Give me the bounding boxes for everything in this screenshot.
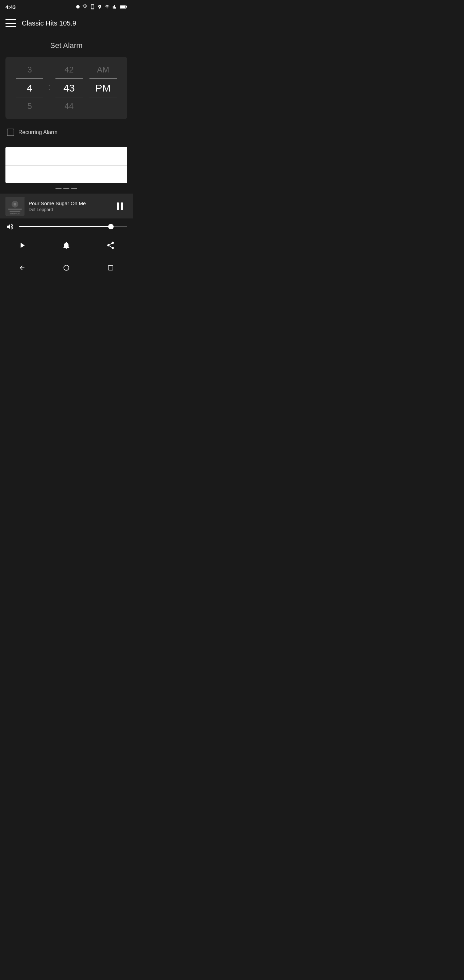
ampm-column[interactable]: AM PM — [86, 62, 120, 114]
album-art: DEF LEPPARD — [5, 197, 24, 216]
ampm-selected[interactable]: PM — [95, 79, 111, 97]
recents-icon — [108, 265, 114, 271]
svg-point-0 — [76, 5, 79, 8]
menu-button[interactable] — [5, 19, 16, 27]
nav-play[interactable] — [9, 238, 35, 253]
alarm-input-fields — [5, 147, 127, 183]
svg-rect-7 — [10, 211, 21, 212]
album-art-image: DEF LEPPARD — [5, 197, 24, 216]
recurring-alarm-label: Recurring Alarm — [18, 129, 57, 135]
svg-point-8 — [14, 203, 16, 205]
now-playing-bar: DEF LEPPARD Pour Some Sugar On Me Def Le… — [0, 194, 133, 218]
alarm-input-1[interactable] — [5, 147, 127, 165]
svg-rect-6 — [8, 208, 22, 210]
app-bar: Classic Hits 105.9 — [0, 14, 133, 33]
pause-icon — [115, 202, 124, 211]
svg-rect-3 — [120, 5, 126, 8]
ampm-bottom-divider — [89, 98, 117, 98]
menu-dot-2 — [63, 188, 69, 189]
home-button[interactable] — [61, 262, 72, 273]
more-options-dots[interactable] — [0, 183, 133, 194]
volume-up-icon — [6, 223, 14, 231]
svg-text:DEF LEPPARD: DEF LEPPARD — [10, 213, 20, 215]
play-nav-icon — [17, 240, 27, 250]
bottom-nav — [0, 235, 133, 258]
hour-bottom-divider — [16, 98, 43, 98]
status-bar: 4:43 — [0, 0, 133, 14]
time-colon: : — [47, 81, 52, 92]
minute-above: 42 — [65, 62, 74, 77]
svg-rect-2 — [126, 6, 127, 8]
battery-icon — [120, 5, 127, 9]
hour-top-divider — [16, 78, 43, 79]
volume-section — [0, 218, 133, 235]
alarm-status-icon — [82, 4, 88, 10]
pause-bar-left — [117, 202, 119, 210]
track-info: Pour Some Sugar On Me Def Leppard — [24, 200, 112, 212]
share-nav-icon — [106, 240, 115, 250]
volume-thumb — [108, 224, 114, 229]
minute-bottom-divider — [56, 98, 83, 98]
signal-icon — [112, 5, 118, 9]
menu-dot-1 — [56, 188, 62, 189]
volume-fill — [19, 226, 111, 227]
ampm-above: AM — [97, 62, 109, 77]
recurring-alarm-row[interactable]: Recurring Alarm — [5, 126, 127, 142]
minute-selected[interactable]: 43 — [63, 79, 75, 97]
play-triangle-icon — [18, 241, 27, 250]
menu-dot-3 — [71, 188, 77, 189]
hour-below: 5 — [27, 99, 32, 114]
hour-column[interactable]: 3 4 5 — [13, 62, 47, 114]
pause-button[interactable] — [112, 199, 127, 214]
alarm-input-2[interactable] — [5, 165, 127, 183]
app-title: Classic Hits 105.9 — [22, 19, 76, 27]
album-art-inner: DEF LEPPARD — [5, 197, 24, 216]
ampm-top-divider — [89, 78, 117, 79]
record-icon — [76, 5, 80, 9]
share-icon — [106, 241, 115, 250]
location-icon — [97, 4, 102, 10]
alarm-nav-icon — [62, 240, 71, 250]
nav-alarm[interactable] — [53, 238, 79, 253]
volume-icon — [5, 222, 15, 231]
screenshot-icon — [90, 4, 95, 10]
system-nav-bar — [0, 258, 133, 277]
back-button[interactable] — [17, 262, 27, 273]
svg-point-10 — [64, 266, 69, 270]
back-icon — [19, 264, 25, 271]
wifi-icon — [104, 5, 110, 9]
status-icons — [76, 4, 127, 10]
minute-column[interactable]: 42 43 44 — [52, 62, 86, 114]
hour-selected[interactable]: 4 — [27, 79, 33, 97]
set-alarm-section: Set Alarm 3 4 5 : 42 43 44 — [0, 33, 133, 147]
hour-above: 3 — [27, 62, 32, 77]
pause-bar-right — [121, 202, 123, 210]
set-alarm-title: Set Alarm — [5, 41, 127, 50]
track-artist: Def Leppard — [29, 207, 108, 212]
status-time: 4:43 — [5, 4, 16, 10]
volume-slider[interactable] — [19, 226, 127, 227]
nav-share[interactable] — [98, 238, 124, 253]
recurring-alarm-checkbox[interactable] — [7, 129, 14, 136]
time-picker-container[interactable]: 3 4 5 : 42 43 44 AM PM — [5, 57, 127, 119]
track-name: Pour Some Sugar On Me — [29, 200, 108, 206]
alarm-bell-icon — [62, 241, 71, 250]
home-icon — [63, 264, 70, 271]
svg-rect-11 — [108, 266, 113, 270]
time-picker: 3 4 5 : 42 43 44 AM PM — [11, 62, 122, 114]
minute-top-divider — [56, 78, 83, 79]
minute-below: 44 — [65, 99, 74, 114]
recents-button[interactable] — [105, 262, 116, 273]
